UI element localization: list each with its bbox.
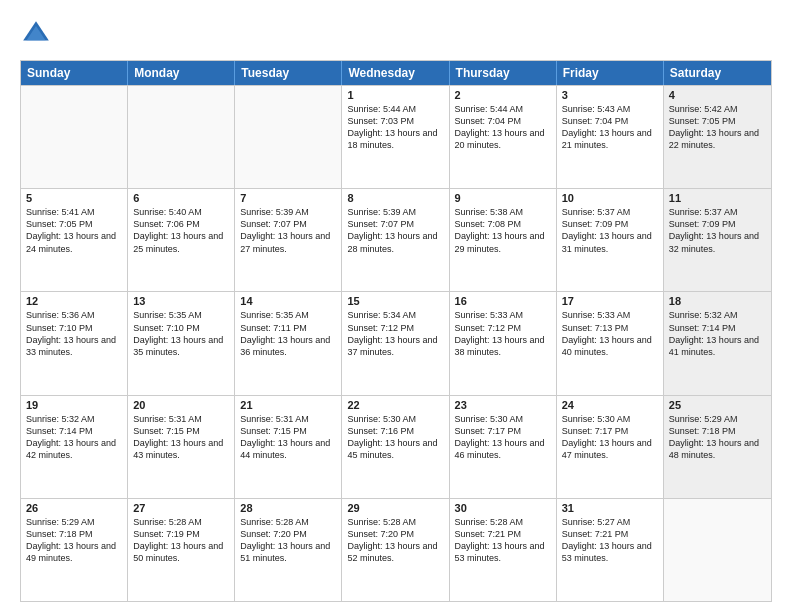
- day-number: 7: [240, 192, 336, 204]
- cell-text: Sunrise: 5:30 AMSunset: 7:17 PMDaylight:…: [455, 413, 551, 462]
- cal-cell: [21, 86, 128, 188]
- day-number: 26: [26, 502, 122, 514]
- cal-cell: 25Sunrise: 5:29 AMSunset: 7:18 PMDayligh…: [664, 396, 771, 498]
- header: [20, 18, 772, 50]
- logo-icon: [20, 18, 52, 50]
- cell-text: Sunrise: 5:32 AMSunset: 7:14 PMDaylight:…: [26, 413, 122, 462]
- cal-cell: 1Sunrise: 5:44 AMSunset: 7:03 PMDaylight…: [342, 86, 449, 188]
- week-row-4: 19Sunrise: 5:32 AMSunset: 7:14 PMDayligh…: [21, 395, 771, 498]
- day-number: 16: [455, 295, 551, 307]
- cell-text: Sunrise: 5:39 AMSunset: 7:07 PMDaylight:…: [347, 206, 443, 255]
- cal-cell: 9Sunrise: 5:38 AMSunset: 7:08 PMDaylight…: [450, 189, 557, 291]
- day-number: 29: [347, 502, 443, 514]
- cell-text: Sunrise: 5:29 AMSunset: 7:18 PMDaylight:…: [669, 413, 766, 462]
- day-number: 9: [455, 192, 551, 204]
- week-row-2: 5Sunrise: 5:41 AMSunset: 7:05 PMDaylight…: [21, 188, 771, 291]
- cell-text: Sunrise: 5:33 AMSunset: 7:12 PMDaylight:…: [455, 309, 551, 358]
- cal-cell: 28Sunrise: 5:28 AMSunset: 7:20 PMDayligh…: [235, 499, 342, 601]
- cell-text: Sunrise: 5:28 AMSunset: 7:21 PMDaylight:…: [455, 516, 551, 565]
- cal-cell: [664, 499, 771, 601]
- day-number: 25: [669, 399, 766, 411]
- calendar-body: 1Sunrise: 5:44 AMSunset: 7:03 PMDaylight…: [21, 85, 771, 601]
- cal-cell: 26Sunrise: 5:29 AMSunset: 7:18 PMDayligh…: [21, 499, 128, 601]
- day-number: 21: [240, 399, 336, 411]
- cal-cell: 7Sunrise: 5:39 AMSunset: 7:07 PMDaylight…: [235, 189, 342, 291]
- cell-text: Sunrise: 5:31 AMSunset: 7:15 PMDaylight:…: [133, 413, 229, 462]
- cal-cell: 12Sunrise: 5:36 AMSunset: 7:10 PMDayligh…: [21, 292, 128, 394]
- cal-cell: 3Sunrise: 5:43 AMSunset: 7:04 PMDaylight…: [557, 86, 664, 188]
- cal-cell: 22Sunrise: 5:30 AMSunset: 7:16 PMDayligh…: [342, 396, 449, 498]
- cell-text: Sunrise: 5:44 AMSunset: 7:04 PMDaylight:…: [455, 103, 551, 152]
- cal-cell: 30Sunrise: 5:28 AMSunset: 7:21 PMDayligh…: [450, 499, 557, 601]
- cal-cell: 27Sunrise: 5:28 AMSunset: 7:19 PMDayligh…: [128, 499, 235, 601]
- week-row-5: 26Sunrise: 5:29 AMSunset: 7:18 PMDayligh…: [21, 498, 771, 601]
- day-number: 15: [347, 295, 443, 307]
- day-number: 20: [133, 399, 229, 411]
- cell-text: Sunrise: 5:28 AMSunset: 7:20 PMDaylight:…: [347, 516, 443, 565]
- calendar-header: SundayMondayTuesdayWednesdayThursdayFrid…: [21, 61, 771, 85]
- cal-cell: [235, 86, 342, 188]
- cell-text: Sunrise: 5:33 AMSunset: 7:13 PMDaylight:…: [562, 309, 658, 358]
- day-number: 24: [562, 399, 658, 411]
- logo: [20, 18, 56, 50]
- cal-cell: 15Sunrise: 5:34 AMSunset: 7:12 PMDayligh…: [342, 292, 449, 394]
- cell-text: Sunrise: 5:35 AMSunset: 7:10 PMDaylight:…: [133, 309, 229, 358]
- day-number: 31: [562, 502, 658, 514]
- cell-text: Sunrise: 5:41 AMSunset: 7:05 PMDaylight:…: [26, 206, 122, 255]
- cal-cell: 17Sunrise: 5:33 AMSunset: 7:13 PMDayligh…: [557, 292, 664, 394]
- cell-text: Sunrise: 5:27 AMSunset: 7:21 PMDaylight:…: [562, 516, 658, 565]
- cal-cell: 5Sunrise: 5:41 AMSunset: 7:05 PMDaylight…: [21, 189, 128, 291]
- cell-text: Sunrise: 5:30 AMSunset: 7:17 PMDaylight:…: [562, 413, 658, 462]
- cal-cell: 11Sunrise: 5:37 AMSunset: 7:09 PMDayligh…: [664, 189, 771, 291]
- cell-text: Sunrise: 5:37 AMSunset: 7:09 PMDaylight:…: [669, 206, 766, 255]
- cal-cell: 14Sunrise: 5:35 AMSunset: 7:11 PMDayligh…: [235, 292, 342, 394]
- cal-cell: 18Sunrise: 5:32 AMSunset: 7:14 PMDayligh…: [664, 292, 771, 394]
- day-number: 19: [26, 399, 122, 411]
- cell-text: Sunrise: 5:31 AMSunset: 7:15 PMDaylight:…: [240, 413, 336, 462]
- cal-cell: 24Sunrise: 5:30 AMSunset: 7:17 PMDayligh…: [557, 396, 664, 498]
- cal-cell: 2Sunrise: 5:44 AMSunset: 7:04 PMDaylight…: [450, 86, 557, 188]
- cal-cell: 19Sunrise: 5:32 AMSunset: 7:14 PMDayligh…: [21, 396, 128, 498]
- day-number: 14: [240, 295, 336, 307]
- day-number: 30: [455, 502, 551, 514]
- day-number: 1: [347, 89, 443, 101]
- day-number: 10: [562, 192, 658, 204]
- week-row-1: 1Sunrise: 5:44 AMSunset: 7:03 PMDaylight…: [21, 85, 771, 188]
- day-number: 28: [240, 502, 336, 514]
- cal-cell: 16Sunrise: 5:33 AMSunset: 7:12 PMDayligh…: [450, 292, 557, 394]
- cell-text: Sunrise: 5:30 AMSunset: 7:16 PMDaylight:…: [347, 413, 443, 462]
- day-number: 12: [26, 295, 122, 307]
- cell-text: Sunrise: 5:28 AMSunset: 7:19 PMDaylight:…: [133, 516, 229, 565]
- week-row-3: 12Sunrise: 5:36 AMSunset: 7:10 PMDayligh…: [21, 291, 771, 394]
- cal-cell: 13Sunrise: 5:35 AMSunset: 7:10 PMDayligh…: [128, 292, 235, 394]
- day-header-friday: Friday: [557, 61, 664, 85]
- day-number: 8: [347, 192, 443, 204]
- day-number: 17: [562, 295, 658, 307]
- cell-text: Sunrise: 5:39 AMSunset: 7:07 PMDaylight:…: [240, 206, 336, 255]
- cal-cell: 29Sunrise: 5:28 AMSunset: 7:20 PMDayligh…: [342, 499, 449, 601]
- day-number: 27: [133, 502, 229, 514]
- day-header-tuesday: Tuesday: [235, 61, 342, 85]
- cal-cell: 8Sunrise: 5:39 AMSunset: 7:07 PMDaylight…: [342, 189, 449, 291]
- day-number: 3: [562, 89, 658, 101]
- day-header-saturday: Saturday: [664, 61, 771, 85]
- day-number: 5: [26, 192, 122, 204]
- cell-text: Sunrise: 5:36 AMSunset: 7:10 PMDaylight:…: [26, 309, 122, 358]
- cal-cell: [128, 86, 235, 188]
- day-number: 6: [133, 192, 229, 204]
- day-number: 18: [669, 295, 766, 307]
- cell-text: Sunrise: 5:42 AMSunset: 7:05 PMDaylight:…: [669, 103, 766, 152]
- cell-text: Sunrise: 5:37 AMSunset: 7:09 PMDaylight:…: [562, 206, 658, 255]
- day-header-thursday: Thursday: [450, 61, 557, 85]
- cal-cell: 4Sunrise: 5:42 AMSunset: 7:05 PMDaylight…: [664, 86, 771, 188]
- day-number: 23: [455, 399, 551, 411]
- cell-text: Sunrise: 5:44 AMSunset: 7:03 PMDaylight:…: [347, 103, 443, 152]
- day-header-wednesday: Wednesday: [342, 61, 449, 85]
- cal-cell: 31Sunrise: 5:27 AMSunset: 7:21 PMDayligh…: [557, 499, 664, 601]
- day-number: 22: [347, 399, 443, 411]
- day-number: 13: [133, 295, 229, 307]
- page: SundayMondayTuesdayWednesdayThursdayFrid…: [0, 0, 792, 612]
- cell-text: Sunrise: 5:40 AMSunset: 7:06 PMDaylight:…: [133, 206, 229, 255]
- cal-cell: 6Sunrise: 5:40 AMSunset: 7:06 PMDaylight…: [128, 189, 235, 291]
- cal-cell: 23Sunrise: 5:30 AMSunset: 7:17 PMDayligh…: [450, 396, 557, 498]
